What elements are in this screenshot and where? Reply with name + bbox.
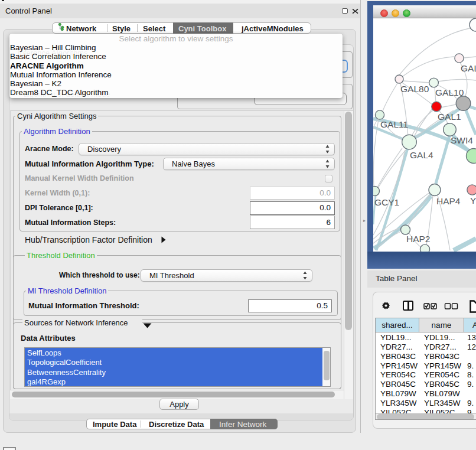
svg-text:HAP2: HAP2: [406, 234, 431, 244]
svg-text:GAL11: GAL11: [380, 119, 408, 129]
svg-text:GAL4: GAL4: [410, 150, 433, 160]
svg-text:SWI4: SWI4: [451, 135, 473, 145]
svg-text:GAL80: GAL80: [400, 84, 429, 94]
svg-text:HAP4: HAP4: [436, 196, 461, 206]
svg-text:GAL10: GAL10: [435, 87, 464, 97]
svg-text:GAL2: GAL2: [461, 63, 476, 73]
svg-text:GAL1: GAL1: [438, 112, 461, 122]
svg-text:Y: Y: [470, 195, 476, 206]
svg-text:GCY1: GCY1: [374, 197, 399, 207]
